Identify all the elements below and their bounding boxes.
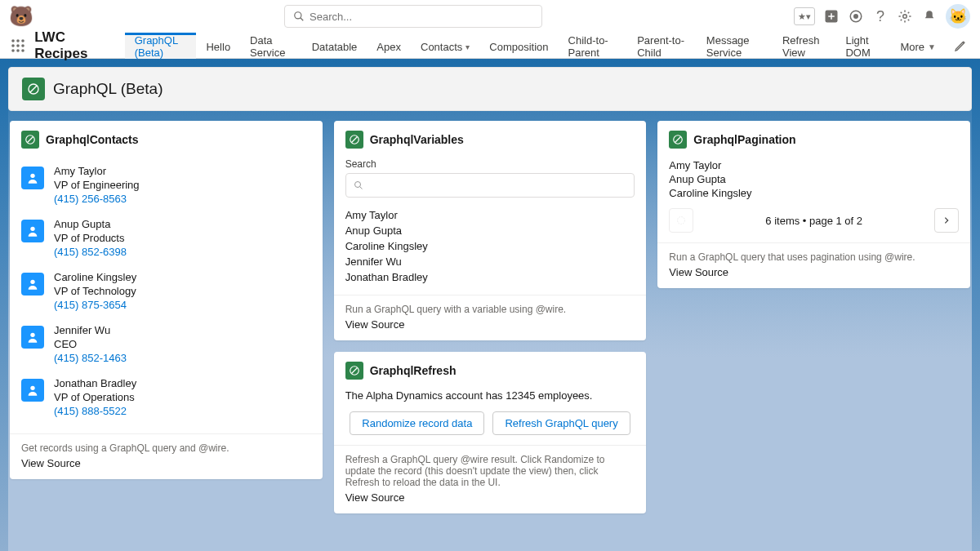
card-icon [669, 131, 687, 149]
svg-point-22 [30, 333, 34, 337]
list-item: Caroline Kingsley [345, 238, 635, 254]
svg-point-21 [30, 280, 34, 284]
nav-tab[interactable]: Data Service [240, 33, 302, 59]
card-title: GraphqlRefresh [370, 364, 457, 377]
refresh-body-text: The Alpha Dynamics account has 12345 emp… [345, 389, 635, 402]
chevron-down-icon: ▼ [928, 42, 936, 51]
user-avatar[interactable]: 🐱 [946, 4, 970, 29]
svg-line-1 [301, 18, 304, 21]
person-icon [21, 326, 44, 349]
view-source-link[interactable]: View Source [669, 266, 959, 278]
card-icon [21, 131, 39, 149]
contact-phone-link[interactable]: (415) 888-5522 [54, 405, 136, 417]
contact-phone-link[interactable]: (415) 852-1463 [54, 352, 127, 364]
card-graphql-variables: GraphqlVariables Search Amy TaylorAnup G… [334, 121, 647, 340]
svg-point-5 [903, 15, 907, 19]
contact-title: VP of Operations [54, 391, 136, 403]
card-title: GraphqlPagination [693, 133, 795, 146]
svg-line-27 [359, 187, 362, 189]
svg-point-13 [16, 49, 20, 52]
refresh-button[interactable]: Refresh GraphQL query [492, 411, 630, 435]
contact-row: Jonathan BradleyVP of Operations(415) 88… [21, 371, 311, 424]
randomize-button[interactable]: Randomize record data [350, 411, 484, 435]
svg-line-18 [28, 137, 33, 143]
app-name: LWC Recipes [34, 29, 109, 62]
nav-tab[interactable]: GraphQL (Beta) [125, 33, 197, 59]
contact-title: VP of Products [54, 232, 127, 244]
nav-tab[interactable]: Child-to-Parent [559, 33, 628, 59]
list-item: Anup Gupta [669, 172, 959, 186]
svg-point-12 [11, 49, 15, 52]
view-source-link[interactable]: View Source [345, 491, 635, 504]
card-graphql-refresh: GraphqlRefresh The Alpha Dynamics accoun… [334, 352, 647, 513]
contact-phone-link[interactable]: (415) 875-3654 [54, 299, 136, 311]
card-footer-desc: Get records using a GraphQL query and @w… [21, 442, 311, 454]
svg-point-7 [16, 39, 20, 42]
salesforce-help-icon[interactable] [848, 8, 864, 24]
nav-tab[interactable]: Datatable [302, 33, 368, 59]
svg-point-6 [11, 39, 15, 42]
chevron-down-icon: ▾ [466, 42, 470, 51]
contact-row: Amy TaylorVP of Engineering(415) 256-856… [21, 158, 311, 211]
contact-title: VP of Technology [54, 285, 136, 297]
global-search-input[interactable] [310, 11, 533, 23]
pagination-status: 6 items • page 1 of 2 [700, 215, 928, 227]
svg-line-25 [351, 137, 357, 143]
pagination-next-button[interactable] [934, 208, 959, 233]
search-field-label: Search [345, 158, 635, 170]
nav-tab[interactable]: Apex [367, 33, 411, 59]
contact-row: Jennifer WuCEO(415) 852-1463 [21, 318, 311, 371]
card-footer-desc: Run a GraphQL query with a variable usin… [345, 304, 635, 315]
nav-tab[interactable]: Contacts ▾ [411, 33, 479, 59]
nav-tab[interactable]: Refresh View [773, 33, 835, 59]
contact-name: Caroline Kingsley [54, 271, 136, 283]
nav-tab[interactable]: Light DOM [835, 33, 890, 59]
nav-tab[interactable]: Hello [196, 33, 240, 59]
card-icon [345, 362, 363, 380]
notifications-bell-icon[interactable] [921, 8, 938, 24]
page-header-icon [22, 78, 45, 100]
contact-name: Jennifer Wu [54, 324, 127, 336]
card-footer-desc: Refresh a GraphQL query @wire result. Cl… [345, 454, 635, 488]
svg-point-11 [21, 44, 24, 47]
card-footer-desc: Run a GraphQL query that uses pagination… [669, 251, 959, 263]
nav-tab[interactable]: Message Service [697, 33, 773, 59]
svg-point-4 [853, 14, 858, 19]
list-item: Jonathan Bradley [345, 269, 635, 285]
edit-pencil-icon[interactable] [954, 39, 967, 52]
nav-more[interactable]: More ▼ [890, 38, 946, 53]
contact-phone-link[interactable]: (415) 852-6398 [54, 246, 127, 258]
svg-point-0 [295, 12, 301, 19]
contact-row: Caroline KingsleyVP of Technology(415) 8… [21, 264, 311, 318]
svg-point-20 [30, 227, 34, 231]
contact-name: Jonathan Bradley [54, 377, 136, 389]
svg-point-26 [354, 182, 360, 188]
contact-title: CEO [54, 338, 127, 350]
card-graphql-pagination: GraphqlPagination Amy TaylorAnup GuptaCa… [657, 121, 970, 288]
favorites-icon[interactable]: ★▾ [794, 7, 815, 25]
nav-tab[interactable]: Parent-to-Child [627, 33, 697, 59]
svg-point-8 [21, 39, 24, 42]
svg-point-14 [21, 49, 24, 52]
person-icon [21, 379, 44, 402]
nav-tab[interactable]: Composition [479, 33, 558, 59]
pagination-prev-button[interactable] [669, 208, 693, 233]
setup-gear-icon[interactable] [897, 8, 913, 24]
card-icon [345, 131, 363, 149]
search-icon [354, 180, 363, 190]
svg-line-31 [675, 137, 681, 143]
contact-phone-link[interactable]: (415) 256-8563 [54, 193, 140, 205]
global-search[interactable] [284, 5, 542, 28]
contact-row: Anup GuptaVP of Products(415) 852-6398 [21, 211, 311, 264]
app-launcher-icon[interactable] [10, 36, 26, 56]
add-icon[interactable] [823, 8, 840, 24]
list-item: Jennifer Wu [345, 254, 635, 269]
contact-title: VP of Engineering [54, 179, 140, 191]
variables-search-input[interactable] [345, 173, 635, 198]
view-source-link[interactable]: View Source [21, 457, 311, 469]
question-icon[interactable]: ? [872, 8, 889, 24]
svg-point-9 [11, 44, 15, 47]
svg-line-29 [351, 368, 357, 374]
view-source-link[interactable]: View Source [345, 318, 635, 331]
list-item: Caroline Kingsley [669, 186, 959, 200]
